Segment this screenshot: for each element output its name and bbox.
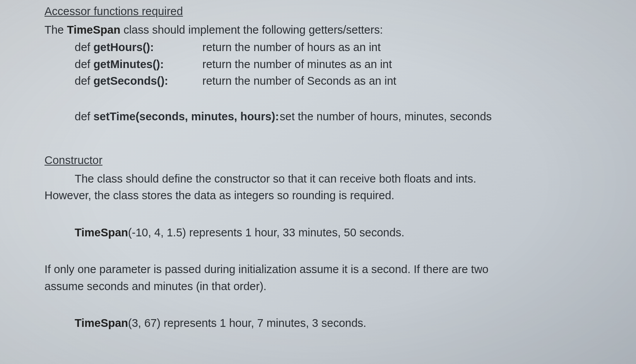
method-name: setTime(seconds, minutes, hours):	[93, 110, 279, 123]
example-2: TimeSpan(3, 67) represents 1 hour, 7 min…	[44, 315, 621, 332]
def-keyword: def	[75, 110, 93, 123]
accessor-heading: Accessor functions required	[44, 3, 621, 20]
methods-block: def getHours(): return the number of hou…	[44, 39, 621, 125]
method-row-getminutes: def getMinutes(): return the number of m…	[75, 56, 621, 73]
constructor-heading: Constructor	[44, 152, 621, 169]
intro-classname: TimeSpan	[67, 24, 120, 36]
intro-post: class should implement the following get…	[120, 24, 383, 36]
constructor-para-line2: However, the class stores the data as in…	[44, 187, 621, 204]
example1-classname: TimeSpan	[75, 226, 128, 239]
example2-rest: (3, 67) represents 1 hour, 7 minutes, 3 …	[128, 317, 366, 329]
method-desc: return the number of minutes as an int	[202, 56, 621, 73]
def-keyword: def	[75, 41, 93, 53]
method-sig: def getSeconds():	[75, 73, 202, 90]
method-name: getSeconds():	[93, 75, 168, 87]
method-name: getMinutes():	[93, 58, 164, 70]
follow-line2: assume seconds and minutes (in that orde…	[44, 278, 621, 295]
accessor-section: Accessor functions required The TimeSpan…	[44, 3, 621, 125]
follow-paragraph: If only one parameter is passed during i…	[44, 261, 621, 295]
method-row-gethours: def getHours(): return the number of hou…	[75, 39, 621, 56]
example-1: TimeSpan(-10, 4, 1.5) represents 1 hour,…	[44, 224, 621, 241]
method-row-getseconds: def getSeconds(): return the number of S…	[75, 73, 621, 90]
constructor-section: Constructor The class should define the …	[44, 152, 621, 332]
method-name: getHours():	[93, 41, 154, 53]
method-desc: return the number of hours as an int	[202, 39, 621, 56]
method-sig: def getHours():	[75, 39, 202, 56]
example2-classname: TimeSpan	[75, 317, 128, 329]
def-keyword: def	[75, 75, 93, 87]
settime-desc: set the number of hours, minutes, second…	[280, 108, 621, 125]
constructor-para-line1: The class should define the constructor …	[44, 171, 621, 188]
method-sig: def getMinutes():	[75, 56, 202, 73]
constructor-paragraph: The class should define the constructor …	[44, 171, 621, 204]
method-desc: return the number of Seconds as an int	[202, 73, 621, 90]
method-row-settime: def setTime(seconds, minutes, hours): se…	[75, 108, 621, 125]
follow-line1: If only one parameter is passed during i…	[44, 261, 621, 278]
example1-rest: (-10, 4, 1.5) represents 1 hour, 33 minu…	[128, 226, 404, 239]
def-keyword: def	[75, 58, 93, 70]
intro-pre: The	[44, 24, 67, 36]
intro-line: The TimeSpan class should implement the …	[44, 22, 621, 39]
settime-sig: def setTime(seconds, minutes, hours):	[75, 108, 280, 125]
